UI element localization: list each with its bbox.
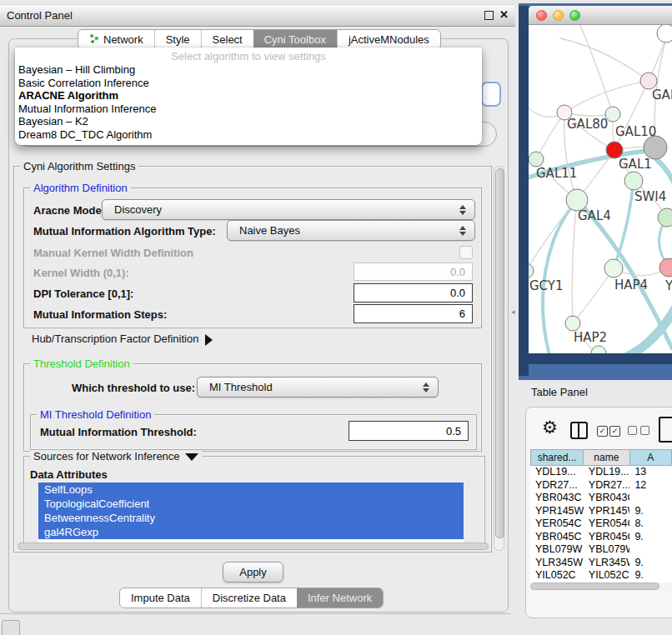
table-cell[interactable]: YER054C xyxy=(584,518,630,531)
hub-definition-expander[interactable]: Hub/Transcription Factor Definition xyxy=(32,332,213,346)
network-node[interactable] xyxy=(659,258,672,277)
network-node[interactable] xyxy=(640,72,657,89)
table-cell[interactable]: 9. xyxy=(629,531,672,544)
table-cell[interactable]: YBL079W xyxy=(530,543,584,557)
dropdown-item-bayesian-k2[interactable]: Bayesian – K2 xyxy=(15,115,482,128)
table-row[interactable]: YDR27...YDR27...12 xyxy=(530,479,672,492)
table-cell[interactable]: 13 xyxy=(629,466,672,479)
table-row[interactable]: YBR045CYBR045C9. xyxy=(530,531,672,544)
close-traffic-light-icon[interactable] xyxy=(536,10,547,21)
table-row[interactable]: YPR145WYPR145W9. xyxy=(530,505,672,518)
table-cell[interactable] xyxy=(629,492,672,505)
float-window-icon[interactable] xyxy=(484,11,494,20)
deselect-checkbox-icon[interactable] xyxy=(628,426,637,435)
attribute-item-topologicalcoefficient[interactable]: TopologicalCoefficient xyxy=(38,497,464,511)
network-window-titlebar[interactable] xyxy=(529,6,672,25)
table-cell[interactable]: YER054C xyxy=(530,518,584,531)
gear-icon[interactable]: ⚙ xyxy=(542,418,558,438)
dpi-tolerance-field[interactable]: 0.0 xyxy=(354,283,473,302)
network-node[interactable] xyxy=(658,208,672,227)
network-node[interactable] xyxy=(591,346,606,353)
network-node[interactable] xyxy=(657,25,672,42)
tab-jactivemnodules[interactable]: jActiveMNodules xyxy=(337,30,440,49)
scrollbar-thumb[interactable] xyxy=(530,582,659,590)
settings-vertical-scrollbar[interactable] xyxy=(494,166,504,551)
dropdown-item-dream8-dc-tdc-algorithm[interactable]: Dream8 DC_TDC Algorithm xyxy=(15,128,482,142)
table-cell[interactable]: YPR145W xyxy=(530,505,584,518)
table-cell[interactable]: YBR045C xyxy=(584,531,630,544)
select-all-checkbox-icon[interactable]: ✓ xyxy=(609,426,620,437)
dropdown-item-bayesian-hill-climbing[interactable]: Bayesian – Hill Climbing xyxy=(15,63,482,77)
network-node[interactable] xyxy=(606,142,623,158)
tab-infer-network[interactable]: Infer Network xyxy=(297,588,383,608)
dropdown-item-mutual-information-inference[interactable]: Mutual Information Inference xyxy=(15,102,482,116)
close-icon[interactable]: ✕ xyxy=(499,5,509,25)
splitter-handle[interactable]: ◂ xyxy=(511,308,516,316)
document-icon[interactable] xyxy=(659,417,672,442)
column-header-a[interactable]: A xyxy=(630,449,672,466)
table-cell[interactable]: YLR345W xyxy=(530,557,584,570)
tab-discretize-data[interactable]: Discretize Data xyxy=(201,588,297,608)
which-threshold-combo[interactable]: MI Threshold xyxy=(197,377,439,398)
attribute-item-betweennesscentrality[interactable]: BetweennessCentrality xyxy=(38,511,464,525)
table-cell[interactable] xyxy=(629,543,672,557)
table-cell[interactable]: YDR27... xyxy=(530,479,584,492)
dropdown-item-aracne-algorithm[interactable]: ARACNE Algorithm xyxy=(15,89,482,102)
table-row[interactable]: YIL052CYIL052C9. xyxy=(530,569,672,582)
aracne-mode-combo[interactable]: Discovery xyxy=(102,199,475,220)
table-row[interactable]: YDL19...YDL19...13 xyxy=(530,466,672,479)
table-row[interactable]: YLR345WYLR345W9. xyxy=(530,557,672,570)
scrollbar-thumb[interactable] xyxy=(18,542,489,550)
sources-expander[interactable]: Sources for Network Inference xyxy=(30,450,202,462)
network-node[interactable] xyxy=(529,152,544,167)
table-cell[interactable]: YDR27... xyxy=(584,479,630,492)
deselect-checkbox-icon[interactable] xyxy=(640,426,649,435)
mi-steps-field[interactable]: 6 xyxy=(354,304,473,323)
network-node[interactable] xyxy=(624,172,643,190)
select-all-checkbox-icon[interactable]: ✓ xyxy=(597,426,608,437)
table-cell[interactable]: 12 xyxy=(629,479,672,492)
network-node[interactable] xyxy=(604,259,623,278)
apply-button[interactable]: Apply xyxy=(223,562,283,582)
column-layout-icon[interactable] xyxy=(570,422,588,439)
table-cell[interactable]: YPR145W xyxy=(584,505,630,518)
table-cell[interactable]: YDL19... xyxy=(584,466,630,479)
tab-select[interactable]: Select xyxy=(201,30,253,49)
table-cell[interactable]: YLR345W xyxy=(584,557,630,570)
table-cell[interactable]: YIL052C xyxy=(530,569,584,582)
table-cell[interactable]: YBR043C xyxy=(584,492,630,505)
settings-horizontal-scrollbar[interactable] xyxy=(17,542,490,551)
mi-threshold-field[interactable]: 0.5 xyxy=(349,421,469,441)
table-cell[interactable]: YBR043C xyxy=(530,492,584,505)
partial-corner-button[interactable] xyxy=(2,620,20,635)
table-row[interactable]: YBR043CYBR043C xyxy=(530,492,672,505)
table-cell[interactable]: YBL079W xyxy=(584,543,630,557)
column-header-name[interactable]: name xyxy=(584,449,630,466)
table-cell[interactable]: 8. xyxy=(629,518,672,531)
table-cell[interactable]: YDL19... xyxy=(530,466,584,479)
tab-impute-data[interactable]: Impute Data xyxy=(120,588,201,608)
table-cell[interactable]: 9. xyxy=(629,505,672,518)
table-row[interactable]: YER054CYER054C8. xyxy=(530,518,672,531)
network-node[interactable] xyxy=(529,263,534,278)
table-cell[interactable]: 9. xyxy=(629,569,672,582)
manual-kernel-width-checkbox[interactable] xyxy=(459,246,473,259)
table-cell[interactable]: YBR045C xyxy=(530,531,584,544)
network-canvas[interactable]: GALGAL80GAL10GAL1GAL11SWI4GAL4GCY1HAP4YH… xyxy=(529,25,672,353)
attribute-item-selfloops[interactable]: SelfLoops xyxy=(38,482,464,497)
tab-network[interactable]: Network xyxy=(78,30,154,49)
tab-style[interactable]: Style xyxy=(154,30,201,49)
minimize-traffic-light-icon[interactable] xyxy=(553,10,564,21)
network-node[interactable] xyxy=(565,316,580,331)
table-horizontal-scrollbar[interactable] xyxy=(529,582,672,591)
mi-algorithm-type-combo[interactable]: Naive Bayes xyxy=(227,220,475,241)
table-row[interactable]: YBL079WYBL079W xyxy=(530,543,672,557)
table-cell[interactable]: YIL052C xyxy=(584,569,630,582)
kernel-width-field[interactable]: 0.0 xyxy=(354,262,473,281)
dropdown-item-basic-correlation-inference[interactable]: Basic Correlation Inference xyxy=(15,77,482,90)
tab-cyni-toolbox[interactable]: Cyni Toolbox xyxy=(253,30,337,49)
attribute-item-gal4rgexp[interactable]: gal4RGexp xyxy=(38,525,464,539)
scrollbar-thumb[interactable] xyxy=(495,168,504,538)
zoom-traffic-light-icon[interactable] xyxy=(569,10,580,21)
network-node[interactable] xyxy=(644,136,667,159)
